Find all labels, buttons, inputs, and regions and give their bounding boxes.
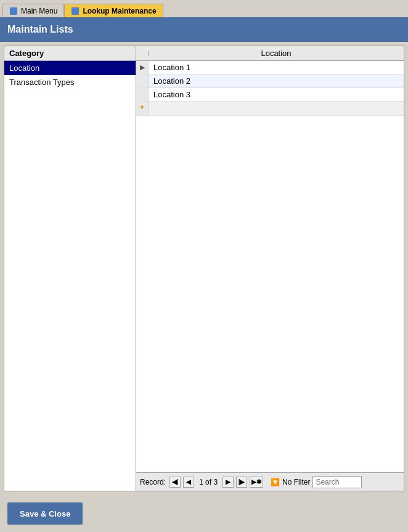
tab-lookup-maintenance[interactable]: Lookup Maintenance <box>64 4 163 17</box>
nav-current-record: 1 of 3 <box>197 478 220 486</box>
table-row[interactable]: Location 2 <box>136 75 404 88</box>
data-panel: Location ▶ Location 1 Location 2 Locatio… <box>136 46 404 491</box>
location-cell-2[interactable]: Location 2 <box>149 75 404 87</box>
new-row[interactable]: * <box>136 102 404 116</box>
row-marker-3 <box>136 88 149 101</box>
page-title: Maintain Lists <box>7 24 73 35</box>
search-input[interactable] <box>312 476 362 488</box>
table-row[interactable]: Location 3 <box>136 88 404 102</box>
new-row-cell[interactable] <box>149 107 404 110</box>
nav-prev-button[interactable]: ◀ <box>183 477 194 488</box>
nav-new-button[interactable]: ▶✱ <box>250 477 263 488</box>
no-filter-label: No Filter <box>282 478 310 486</box>
location-column-header: Location <box>149 46 404 60</box>
grid-header: Location <box>136 46 404 61</box>
new-row-marker: * <box>136 102 149 115</box>
title-bar: Maintain Lists <box>0 17 408 42</box>
grid-body[interactable]: ▶ Location 1 Location 2 Location 3 * <box>136 61 404 472</box>
main-content: Category Location Transaction Types Loca… <box>0 42 408 495</box>
nav-first-button[interactable]: ◀| <box>169 477 181 488</box>
navigation-bar: Record: ◀| ◀ 1 of 3 ▶ |▶ ▶✱ 🔽 No Filter <box>136 472 404 491</box>
record-label: Record: <box>140 478 166 486</box>
tab-main-menu-label: Main Menu <box>21 7 57 15</box>
location-cell-1[interactable]: Location 1 <box>149 61 404 74</box>
tab-main-menu[interactable]: Main Menu <box>2 4 64 17</box>
lookup-maintenance-icon <box>71 7 80 15</box>
nav-last-button[interactable]: |▶ <box>236 477 247 488</box>
row-marker-1: ▶ <box>136 61 149 74</box>
location-cell-3[interactable]: Location 3 <box>149 88 404 101</box>
category-panel: Category Location Transaction Types <box>4 46 136 491</box>
tab-bar: Main Menu Lookup Maintenance <box>0 0 408 17</box>
row-marker-header <box>136 51 149 56</box>
category-item-transaction-types[interactable]: Transaction Types <box>4 75 136 89</box>
filter-icon: 🔽 <box>271 478 280 486</box>
footer: Save & Close <box>0 495 408 532</box>
row-marker-2 <box>136 75 149 87</box>
category-item-location[interactable]: Location <box>4 61 136 75</box>
table-row[interactable]: ▶ Location 1 <box>136 61 404 75</box>
tab-lookup-maintenance-label: Lookup Maintenance <box>83 7 156 15</box>
save-close-button[interactable]: Save & Close <box>7 502 83 525</box>
category-header: Category <box>4 46 136 61</box>
filter-section: 🔽 No Filter <box>271 478 310 486</box>
nav-next-button[interactable]: ▶ <box>222 477 234 488</box>
main-menu-icon <box>9 7 18 15</box>
